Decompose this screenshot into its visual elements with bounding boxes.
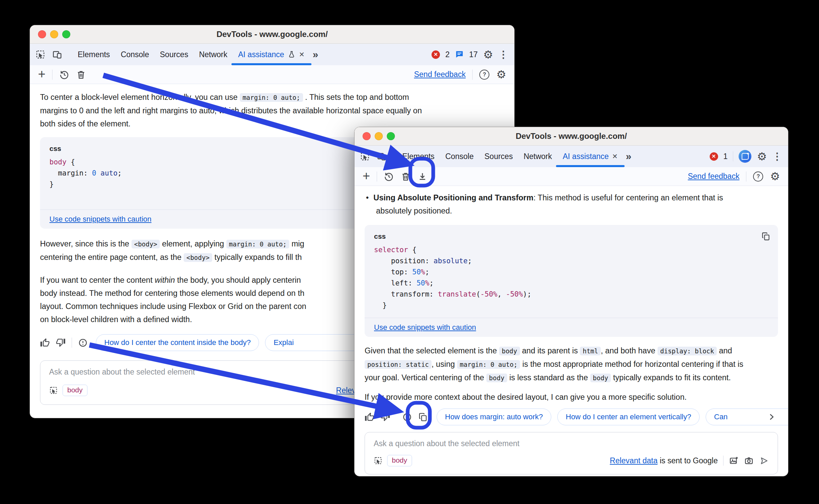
devtools-tabbar: Elements Console Sources Network AI assi… [355, 146, 788, 167]
report-icon[interactable] [402, 412, 412, 422]
code-snippet: selector { position: absolute; top: 50%;… [374, 244, 769, 311]
copy-code-icon[interactable] [761, 232, 771, 241]
code-caution-link[interactable]: Use code snippets with caution [374, 323, 476, 332]
tab-network[interactable]: Network [194, 44, 233, 65]
suggestion-chip[interactable]: Explai [265, 334, 368, 351]
new-chat-icon[interactable]: + [363, 169, 370, 182]
window-title: DevTools - www.google.com/ [217, 30, 328, 39]
kebab-menu-icon[interactable]: ⋮ [772, 152, 782, 161]
feedback-row: How does margin: auto work? How do I cen… [365, 409, 778, 425]
devtools-window-front: DevTools - www.google.com/ Elements Cons… [354, 127, 788, 476]
delete-chat-icon[interactable] [401, 171, 411, 182]
bullet-dot: • [365, 193, 373, 202]
more-tabs-icon[interactable]: » [623, 146, 634, 167]
add-image-icon[interactable] [729, 456, 739, 466]
panel-settings-gear-icon[interactable]: ⚙ [496, 69, 506, 80]
gemini-companion-icon[interactable]: ✦ [739, 150, 751, 163]
thumbs-down-icon[interactable] [56, 338, 66, 348]
delete-chat-icon[interactable] [76, 70, 86, 80]
ai-chat-content: •Using Absolute Positioning and Transfor… [355, 186, 788, 474]
more-tabs-icon[interactable]: » [310, 44, 321, 65]
devtools-tabbar: Elements Console Sources Network AI assi… [30, 44, 514, 65]
send-feedback-link[interactable]: Send feedback [414, 70, 466, 79]
inspect-element-icon[interactable] [35, 49, 45, 60]
window-title: DevTools - www.google.com/ [516, 131, 627, 141]
report-icon[interactable] [78, 338, 88, 348]
tab-console[interactable]: Console [115, 44, 154, 65]
device-toolbar-icon[interactable] [377, 151, 387, 161]
copy-answer-icon[interactable] [418, 412, 428, 422]
screenshot-camera-icon[interactable] [744, 456, 754, 466]
desktop-canvas: { "arrow_color": "#2b43e0", "back": { "t… [0, 0, 819, 504]
close-window-button[interactable] [38, 30, 46, 38]
answer-paragraph: Given that the selected element is the b… [365, 344, 778, 385]
titlebar[interactable]: DevTools - www.google.com/ [355, 127, 788, 146]
tab-ai-assistance[interactable]: AI assistance ✕ [233, 44, 310, 65]
close-window-button[interactable] [363, 132, 371, 140]
zoom-window-button[interactable] [387, 132, 395, 140]
selected-element-chip[interactable]: body [387, 455, 412, 466]
suggestion-chip[interactable]: Can [706, 409, 788, 425]
answer-paragraph: If you provide more context about the de… [365, 391, 778, 404]
thumbs-down-icon[interactable] [380, 412, 390, 422]
settings-gear-icon[interactable]: ⚙ [757, 151, 767, 162]
minimize-window-button[interactable] [375, 132, 383, 140]
close-tab-icon[interactable]: ✕ [299, 50, 305, 59]
error-count: 1 [723, 152, 728, 161]
panel-toolbar: + Send feedback ? ⚙ [30, 65, 514, 84]
thumbs-up-icon[interactable] [40, 338, 50, 348]
error-badge-icon[interactable]: ✕ [710, 152, 718, 161]
tab-sources[interactable]: Sources [154, 44, 193, 65]
selected-element-chip[interactable]: body [63, 385, 87, 396]
titlebar[interactable]: DevTools - www.google.com/ [30, 25, 514, 44]
tab-console[interactable]: Console [440, 146, 479, 167]
thumbs-up-icon[interactable] [365, 412, 374, 422]
relevant-data-link[interactable]: Relevant data [610, 456, 658, 465]
scroll-chips-right-icon[interactable] [767, 413, 776, 421]
history-icon[interactable] [384, 171, 394, 182]
help-icon[interactable]: ? [479, 70, 489, 80]
help-icon[interactable]: ? [753, 171, 763, 182]
tab-ai-assistance[interactable]: AI assistance ✕ [557, 146, 623, 167]
device-toolbar-icon[interactable] [52, 49, 62, 60]
new-chat-icon[interactable]: + [38, 68, 45, 80]
zoom-window-button[interactable] [62, 30, 70, 38]
send-icon[interactable] [759, 456, 769, 466]
window-controls [38, 30, 70, 38]
issues-bubble-icon[interactable] [455, 50, 464, 59]
tab-elements[interactable]: Elements [397, 146, 440, 167]
panel-settings-gear-icon[interactable]: ⚙ [770, 171, 780, 182]
suggestion-chip[interactable]: How does margin: auto work? [437, 409, 551, 425]
inspect-context-icon [374, 456, 382, 465]
chat-input-placeholder[interactable]: Ask a question about the selected elemen… [374, 439, 769, 448]
minimize-window-button[interactable] [50, 30, 58, 38]
code-block-card: css selector { position: absolute; top: … [365, 225, 778, 337]
inspect-element-icon[interactable] [360, 151, 370, 161]
suggestion-chip[interactable]: How do I center the content inside the b… [96, 334, 259, 351]
flask-icon [288, 50, 296, 59]
issues-count: 17 [469, 50, 478, 59]
panel-toolbar: + Send feedback ? ⚙ [355, 167, 788, 186]
chat-input-box[interactable]: Ask a question about the selected elemen… [365, 432, 778, 474]
history-icon[interactable] [59, 70, 69, 80]
send-feedback-link[interactable]: Send feedback [688, 172, 739, 181]
code-caution-link[interactable]: Use code snippets with caution [49, 215, 151, 223]
kebab-menu-icon[interactable]: ⋮ [498, 50, 508, 60]
suggestion-chip[interactable]: How do I center an element vertically? [557, 409, 700, 425]
tab-sources[interactable]: Sources [479, 146, 518, 167]
error-count: 2 [445, 50, 450, 59]
download-chat-icon[interactable] [417, 171, 427, 182]
answer-paragraph: To center a block-level element horizont… [40, 91, 504, 130]
answer-bullet: •Using Absolute Positioning and Transfor… [365, 191, 778, 218]
tab-elements[interactable]: Elements [72, 44, 115, 65]
inspect-context-icon [49, 386, 58, 395]
close-tab-icon[interactable]: ✕ [612, 152, 618, 160]
tab-network[interactable]: Network [518, 146, 557, 167]
code-language-label: css [374, 232, 769, 240]
window-controls [363, 132, 395, 140]
settings-gear-icon[interactable]: ⚙ [483, 49, 493, 60]
error-badge-icon[interactable]: ✕ [432, 50, 440, 59]
